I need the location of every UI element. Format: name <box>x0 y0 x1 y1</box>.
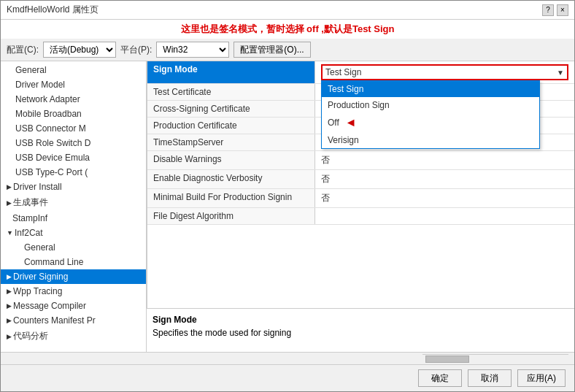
prop-name-enable-diagnostic: Enable Diagnostic Verbosity <box>147 170 315 188</box>
scroll-thumb[interactable] <box>425 356 469 363</box>
prop-value-disable-warnings: 否 <box>315 151 574 169</box>
inf2cat-arrow: ▼ <box>7 229 13 237</box>
sidebar-item-usb-role-switch[interactable]: USB Role Switch D <box>1 136 146 150</box>
window-title: KmdfHelloWorld 属性页 <box>7 4 99 16</box>
sidebar-item-counters-manifest[interactable]: ▶Counters Manifest Pr <box>1 313 146 328</box>
config-manager-button[interactable]: 配置管理器(O)... <box>234 42 310 58</box>
description-text: Specifies the mode used for signing <box>153 328 568 338</box>
content-area: Sign Mode Test Sign ▼ Test Sign Producti… <box>147 61 574 352</box>
wpp-tracing-arrow: ▶ <box>7 288 12 295</box>
scrollbar-horizontal[interactable] <box>422 354 568 363</box>
sidebar-item-message-compiler[interactable]: ▶Message Compiler <box>1 299 146 313</box>
description-area: Sign Mode Specifies the mode used for si… <box>147 308 574 352</box>
main-area: General Driver Model Network Adapter Mob… <box>1 61 574 352</box>
sign-mode-dropdown-trigger[interactable]: Test Sign ▼ <box>321 64 568 80</box>
description-title: Sign Mode <box>153 315 568 325</box>
prop-row-disable-warnings: Disable Warnings 否 <box>147 151 574 170</box>
main-window: KmdfHelloWorld 属性页 ? × 这里也是签名模式，暂时选择 off… <box>0 0 575 392</box>
dropdown-option-test-sign[interactable]: Test Sign <box>322 81 539 97</box>
title-bar: KmdfHelloWorld 属性页 ? × <box>1 1 574 20</box>
sidebar-item-generate-event[interactable]: ▶生成事件 <box>1 194 146 211</box>
toolbar: 配置(C): 活动(Debug) 平台(P): Win32 配置管理器(O)..… <box>1 39 574 61</box>
sign-mode-selected-value: Test Sign <box>325 67 361 77</box>
dropdown-option-verisign[interactable]: Verisign <box>322 132 539 148</box>
sidebar-item-usb-device-emula[interactable]: USB Device Emula <box>1 150 146 165</box>
sidebar-item-driver-install[interactable]: ▶Driver Install <box>1 180 146 194</box>
prop-row-file-digest: File Digest Algorithm <box>147 208 574 225</box>
annotation-bar: 这里也是签名模式，暂时选择 off ,默认是Test Sign <box>1 20 574 39</box>
prop-name-file-digest: File Digest Algorithm <box>147 208 315 224</box>
config-label: 配置(C): <box>7 44 39 56</box>
sidebar-item-usb-typec[interactable]: USB Type-C Port ( <box>1 165 146 180</box>
driver-install-arrow: ▶ <box>7 183 12 191</box>
dropdown-option-production-sign[interactable]: Production Sign <box>322 97 539 113</box>
generate-event-arrow: ▶ <box>7 199 12 207</box>
sidebar-item-driver-signing[interactable]: ▶Driver Signing <box>1 269 146 284</box>
properties-table: Sign Mode Test Sign ▼ Test Sign Producti… <box>147 61 574 308</box>
code-analysis-arrow: ▶ <box>7 333 12 340</box>
sign-mode-dropdown-container: Test Sign ▼ Test Sign Production Sign Of… <box>321 64 568 80</box>
driver-signing-arrow: ▶ <box>7 273 12 280</box>
sidebar-item-mobile-broadband[interactable]: Mobile Broadban <box>1 107 146 121</box>
sidebar-item-inf2cat-general[interactable]: General <box>1 240 146 255</box>
sidebar-item-network-adapter[interactable]: Network Adapter <box>1 92 146 107</box>
dropdown-arrow-icon: ▼ <box>557 69 564 77</box>
sidebar-item-stamp-inf[interactable]: StampInf <box>1 211 146 226</box>
sidebar-item-command-line[interactable]: Command Line <box>1 255 146 269</box>
sidebar: General Driver Model Network Adapter Mob… <box>1 61 147 352</box>
title-controls: ? × <box>542 4 568 16</box>
annotation-text: 这里也是签名模式，暂时选择 off ,默认是Test Sign <box>181 23 395 34</box>
red-arrow-icon: ◄ <box>345 116 357 129</box>
config-select[interactable]: 活动(Debug) <box>43 42 116 58</box>
sign-mode-dropdown-menu: Test Sign Production Sign Off ◄ Verisign <box>321 80 540 149</box>
prop-name-timestamp: TimeStampServer <box>147 134 315 150</box>
prop-value-minimal-build: 否 <box>315 189 574 207</box>
prop-value-file-digest <box>315 208 574 224</box>
sidebar-item-usb-connector[interactable]: USB Connector M <box>1 121 146 136</box>
platform-select[interactable]: Win32 <box>156 42 229 58</box>
sidebar-item-inf2cat[interactable]: ▼Inf2Cat <box>1 226 146 240</box>
platform-label: 平台(P): <box>120 44 152 56</box>
prop-row-enable-diagnostic: Enable Diagnostic Verbosity 否 <box>147 170 574 189</box>
sidebar-item-general[interactable]: General <box>1 63 146 77</box>
sidebar-item-driver-model[interactable]: Driver Model <box>1 77 146 92</box>
message-compiler-arrow: ▶ <box>7 302 12 310</box>
help-button[interactable]: ? <box>542 4 554 16</box>
prop-value-sign-mode: Test Sign ▼ Test Sign Production Sign Of… <box>315 61 574 83</box>
prop-value-enable-diagnostic: 否 <box>315 170 574 188</box>
prop-name-disable-warnings: Disable Warnings <box>147 151 315 169</box>
apply-button[interactable]: 应用(A) <box>517 369 566 387</box>
prop-row-sign-mode: Sign Mode Test Sign ▼ Test Sign Producti… <box>147 61 574 84</box>
prop-name-test-cert: Test Certificate <box>147 84 315 100</box>
counters-manifest-arrow: ▶ <box>7 317 12 324</box>
footer-area <box>1 352 574 364</box>
sidebar-item-wpp-tracing[interactable]: ▶Wpp Tracing <box>1 284 146 299</box>
dropdown-option-off[interactable]: Off ◄ <box>322 113 539 132</box>
sidebar-item-code-analysis[interactable]: ▶代码分析 <box>1 328 146 345</box>
cancel-button[interactable]: 取消 <box>468 369 512 387</box>
footer: 确定 取消 应用(A) <box>1 364 574 391</box>
close-button[interactable]: × <box>557 4 568 16</box>
prop-name-cross-signing: Cross-Signing Certificate <box>147 101 315 117</box>
prop-name-minimal-build: Minimal Build For Production Signin <box>147 189 315 207</box>
confirm-button[interactable]: 确定 <box>418 369 462 387</box>
prop-name-production-cert: Production Certificate <box>147 118 315 134</box>
prop-row-minimal-build: Minimal Build For Production Signin 否 <box>147 189 574 208</box>
prop-name-sign-mode: Sign Mode <box>147 61 315 83</box>
